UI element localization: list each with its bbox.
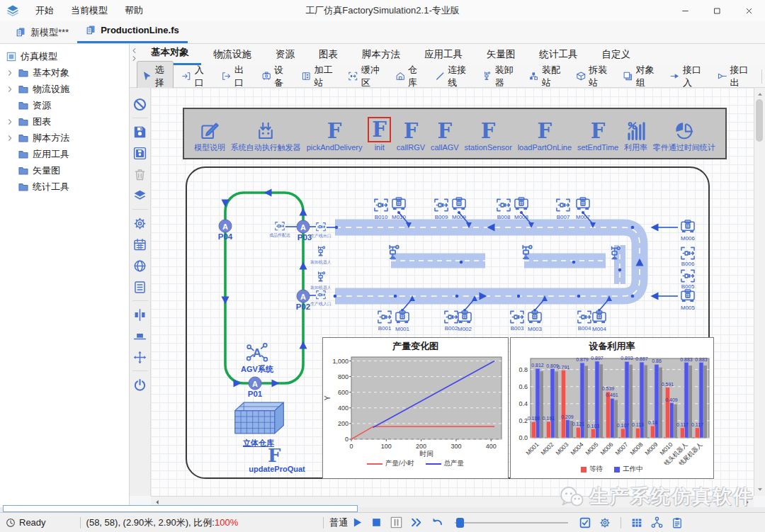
sidebar-item-统计工具[interactable]: 统计工具 — [0, 179, 129, 195]
station-B003[interactable] — [509, 310, 526, 324]
tool-仓库[interactable]: 仓库 — [390, 61, 427, 92]
tool-装卸器[interactable]: 装卸器 — [477, 61, 521, 92]
speed-slider-handle[interactable] — [456, 518, 464, 528]
sidebar-item-应用工具[interactable]: 应用工具 — [0, 146, 129, 162]
list-button[interactable] — [132, 280, 147, 295]
data-table-button[interactable] — [630, 516, 643, 529]
script-item-callRGV[interactable]: FcallRGV — [397, 115, 425, 152]
tool-接口入[interactable]: 接口入 — [665, 61, 709, 92]
tool-连接线[interactable]: 连接线 — [430, 61, 474, 92]
agv-node-P03[interactable]: A — [297, 220, 310, 234]
script-item-loadPartOnLine[interactable]: FloadPartOnLine — [518, 115, 572, 152]
close-button[interactable] — [733, 0, 765, 21]
belt-robot-3[interactable] — [606, 245, 624, 261]
script-item-stationSensor[interactable]: FstationSensor — [465, 115, 512, 152]
script-item-pickAndDelivery[interactable]: FpickAndDelivery — [307, 115, 363, 152]
agv-node-P01[interactable]: A — [249, 377, 262, 390]
expander-icon[interactable] — [6, 134, 14, 142]
belt-robot-2[interactable] — [516, 244, 536, 261]
sidebar-item-物流设施[interactable]: 物流设施 — [0, 81, 129, 97]
station-B005[interactable] — [680, 268, 696, 283]
cancel-button[interactable] — [132, 97, 147, 112]
calendar-button[interactable] — [132, 237, 147, 252]
sidebar-item-矢量图[interactable]: 矢量图 — [0, 162, 129, 179]
tool-对象组[interactable]: 对象组 — [618, 61, 662, 92]
menu-开始[interactable]: 开始 — [27, 0, 62, 21]
scroll-up-icon[interactable] — [756, 91, 764, 98]
layers-button[interactable] — [132, 188, 147, 203]
network-button[interactable] — [650, 516, 664, 529]
station-B007[interactable] — [555, 198, 572, 213]
sidebar-item-图表[interactable]: 图表 — [0, 113, 129, 130]
station-B006[interactable] — [680, 246, 696, 261]
scroll-down-icon[interactable] — [756, 486, 764, 493]
sidebar-item-基本对象[interactable]: 基本对象 — [0, 64, 129, 81]
station-B004[interactable] — [577, 310, 593, 324]
script-item-利用率[interactable]: 利用率 — [624, 115, 647, 153]
tool-设备[interactable]: 设备 — [256, 61, 293, 92]
globe-button[interactable] — [132, 259, 147, 273]
tool-装配站[interactable]: 装配站 — [523, 61, 567, 92]
menu-当前模型[interactable]: 当前模型 — [62, 0, 116, 21]
delete-button[interactable] — [132, 167, 147, 182]
tool-加工站[interactable]: 加工站 — [296, 61, 340, 92]
fast-forward-button[interactable] — [410, 516, 424, 529]
tool-出口[interactable]: 出口 — [216, 61, 253, 92]
reset-button[interactable] — [431, 516, 444, 529]
doc-tab-2[interactable]: ProductionLine.fs — [77, 19, 188, 43]
scroll-left-icon[interactable] — [154, 499, 161, 506]
station-M007[interactable] — [575, 196, 591, 211]
station-B008[interactable] — [496, 198, 512, 213]
doc-tab-1[interactable]: 新模型*** — [7, 21, 77, 43]
script-item-setEndTime[interactable]: FsetEndTime — [577, 115, 618, 152]
belt-robot-1[interactable] — [383, 244, 403, 261]
expander-icon[interactable] — [6, 85, 14, 94]
tool-入口[interactable]: 入口 — [176, 61, 213, 92]
power-button[interactable] — [132, 378, 147, 392]
model-canvas[interactable]: 模型说明系统自动执行触发器FpickAndDeliveryFinitFcallR… — [151, 88, 754, 496]
warehouse-3d-icon[interactable] — [229, 398, 288, 436]
script-item-callAGV[interactable]: FcallAGV — [431, 115, 459, 152]
station-M009[interactable] — [451, 196, 468, 211]
loader-robot-bottom[interactable] — [314, 271, 328, 283]
report-clipboard-button[interactable] — [671, 516, 684, 529]
tool-接口出[interactable]: 接口出 — [712, 61, 756, 92]
station-M003[interactable] — [527, 310, 543, 324]
option-checkbox[interactable] — [579, 516, 591, 529]
agv-system-icon[interactable]: A — [245, 341, 269, 363]
station-M006[interactable] — [680, 219, 696, 234]
station-B010[interactable] — [373, 198, 390, 213]
expander-icon[interactable] — [6, 118, 14, 126]
expander-icon[interactable] — [6, 69, 14, 77]
station-B001[interactable] — [377, 310, 393, 324]
settings-gear-button[interactable] — [599, 516, 611, 529]
save-button[interactable] — [132, 125, 147, 140]
tree-root[interactable]: 仿真模型 — [0, 48, 129, 64]
tool-选择[interactable]: 选择 — [137, 61, 174, 92]
run-button[interactable] — [351, 516, 363, 528]
align-horizontal-button[interactable] — [132, 307, 147, 322]
minimize-button[interactable] — [669, 0, 701, 21]
station-M001[interactable] — [395, 310, 411, 324]
save-as-button[interactable] — [132, 146, 147, 161]
pause-button[interactable] — [390, 516, 403, 529]
maximize-button[interactable] — [701, 0, 733, 21]
station-M008[interactable] — [514, 196, 530, 211]
station-M002[interactable] — [457, 310, 473, 324]
tool-缓冲区[interactable]: 缓冲区 — [343, 61, 387, 92]
script-item-模型说明[interactable]: 模型说明 — [194, 115, 225, 153]
station-M005[interactable] — [680, 288, 696, 303]
vertical-scroll-thumb[interactable] — [756, 99, 763, 142]
sidebar-item-资源[interactable]: 资源 — [0, 97, 129, 113]
vertical-scrollbar[interactable] — [754, 88, 765, 496]
tool-拆装站[interactable]: 拆装站 — [571, 61, 615, 92]
align-vertical-button[interactable] — [132, 329, 147, 344]
stop-button[interactable] — [370, 516, 382, 528]
station-B009[interactable] — [434, 198, 450, 213]
gear-button[interactable] — [132, 216, 147, 231]
chevron-left-icon[interactable] — [130, 47, 138, 55]
agv-node-P02[interactable]: A — [297, 290, 310, 303]
station-M010[interactable] — [391, 196, 407, 211]
script-item-系统自动执行触发器[interactable]: 系统自动执行触发器 — [231, 115, 301, 153]
sidebar-item-脚本方法[interactable]: 脚本方法 — [0, 130, 129, 146]
